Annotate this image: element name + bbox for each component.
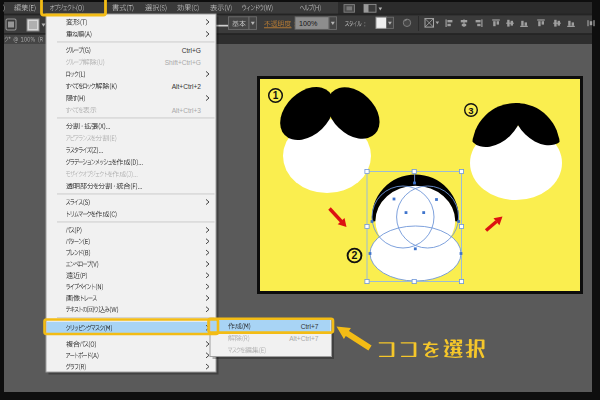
svg-text:Alt+Ctrl+7: Alt+Ctrl+7: [289, 335, 319, 342]
svg-text:Alt+Ctrl+3: Alt+Ctrl+3: [172, 107, 202, 114]
svg-text:Alt+Ctrl+2: Alt+Ctrl+2: [172, 83, 202, 90]
svg-text:2: 2: [352, 249, 358, 261]
svg-text:1: 1: [273, 90, 279, 101]
svg-text:Shift+Ctrl+G: Shift+Ctrl+G: [165, 59, 201, 66]
svg-text:Ctrl+G: Ctrl+G: [182, 47, 201, 54]
svg-text:100%: 100%: [299, 19, 318, 28]
svg-text:Ctrl+7: Ctrl+7: [301, 323, 319, 330]
svg-text:3: 3: [468, 105, 473, 116]
